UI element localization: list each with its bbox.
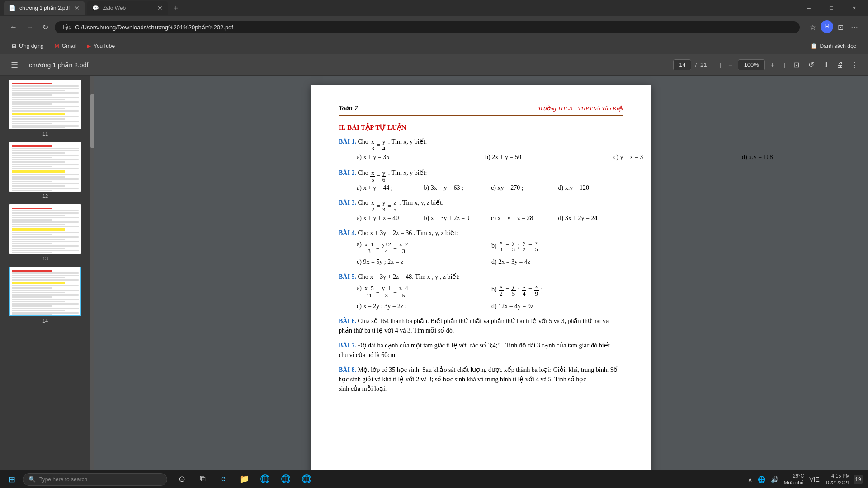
- tray-network-icon[interactable]: 🌐: [756, 474, 767, 485]
- exercise-8: BÀI 8. Một lớp có 35 học sinh. Sau khảo …: [339, 365, 623, 394]
- tab-zalo-close[interactable]: ✕: [157, 5, 163, 12]
- tray-language[interactable]: VIE: [807, 474, 821, 485]
- ex7-title: BÀI 7.: [339, 342, 356, 349]
- tray-volume-icon[interactable]: 🔊: [769, 474, 780, 485]
- minimize-button[interactable]: ─: [798, 0, 819, 16]
- pdf-page-sep: /: [695, 61, 697, 68]
- tray-weather: 29°C Mưa nhỏ: [784, 473, 804, 486]
- thumbnail-12-label: 12: [42, 193, 48, 199]
- pdf-download-button[interactable]: ⬇: [821, 58, 832, 72]
- maximize-button[interactable]: ☐: [821, 0, 842, 16]
- ex2-title: BÀI 2.: [339, 169, 356, 176]
- bookmark-star-button[interactable]: ☆: [807, 20, 819, 34]
- bookmark-apps[interactable]: ⊞ Ứng dụng: [7, 41, 48, 51]
- thumbnail-14-image: [9, 267, 81, 316]
- window-controls: ─ ☐ ✕: [798, 0, 864, 16]
- scroll-thumb[interactable]: [90, 94, 94, 148]
- ex5-parts: a) x+511 = y−13 = z−45 b) x2 = y5 ; x4 =…: [357, 283, 623, 311]
- taskbar-search[interactable]: 🔍 Type here to search: [23, 473, 167, 486]
- pdf-rotate-button[interactable]: ↺: [806, 58, 817, 72]
- extensions-button[interactable]: ⊡: [835, 20, 846, 34]
- pdf-page: Toán 7 Trường THCS – THPT Võ Văn Kiệt II…: [311, 85, 651, 470]
- taskbar-chrome2[interactable]: 🌐: [276, 470, 296, 488]
- back-button[interactable]: ←: [7, 20, 20, 34]
- tray-time: 4:15 PM: [831, 473, 850, 479]
- new-tab-button[interactable]: +: [170, 2, 182, 15]
- taskbar-items: ⊙ ⧉ e 📁 🌐 🌐 🌐: [172, 470, 316, 488]
- forward-button[interactable]: →: [24, 20, 36, 34]
- ex4-parts: a) x−13 = y+24 = z−23 b) x4 = y3 ; y2 = …: [357, 239, 623, 267]
- pdf-zoom-out-button[interactable]: −: [725, 59, 736, 71]
- ex1-parta: a) x + y = 35: [357, 152, 483, 162]
- gmail-icon: M: [55, 43, 59, 49]
- ex2-parts: a) x + y = 44 ; b) 3x − y = 63 ; c) xy =…: [357, 183, 623, 192]
- thumbnail-13[interactable]: 13: [4, 204, 87, 261]
- taskbar-search-item[interactable]: ⊙: [172, 470, 192, 488]
- thumbnail-11[interactable]: 11: [4, 80, 87, 136]
- pdf-zoom-controls: | − 100% +: [718, 59, 778, 71]
- pdf-page-input[interactable]: [673, 59, 691, 70]
- thumbnail-12[interactable]: 12: [4, 142, 87, 199]
- taskbar: ⊞ 🔍 Type here to search ⊙ ⧉ e 📁 🌐 🌐 🌐 ∧ …: [0, 470, 868, 488]
- taskbar-explorer[interactable]: 📁: [234, 470, 254, 488]
- ex3-title: BÀI 3.: [339, 199, 356, 206]
- bookmark-gmail[interactable]: M Gmail: [50, 41, 80, 51]
- start-button[interactable]: ⊞: [2, 470, 22, 488]
- profile-button[interactable]: H: [821, 20, 833, 33]
- thumbnail-14-label: 14: [42, 318, 48, 324]
- thumbnail-13-image: [9, 204, 81, 254]
- exercise-4: BÀI 4. Cho x + 3y − 2z = 36 . Tìm x, y, …: [339, 228, 623, 267]
- pdf-menu-button[interactable]: ☰: [7, 58, 22, 72]
- apps-icon: ⊞: [12, 43, 16, 49]
- ex2-fraction: x5 = y6: [370, 170, 387, 183]
- ex4-parta: a) x−13 = y+24 = z−23: [357, 239, 489, 255]
- tray-date: 10/21/2021: [825, 479, 850, 486]
- pdf-title: chương 1 phần 2.pdf: [29, 61, 670, 69]
- taskbar-edge[interactable]: e: [213, 470, 233, 488]
- ex1-partb: b) 2x + y = 50: [485, 152, 612, 162]
- tab-pdf[interactable]: 📄 chương 1 phần 2.pdf ✕: [4, 1, 85, 15]
- tab-zalo[interactable]: 💬 Zalo Web ✕: [87, 1, 168, 15]
- pdf-total-pages: 21: [700, 61, 707, 68]
- pdf-zoom-in-button[interactable]: +: [767, 59, 778, 71]
- ex6-title: BÀI 6.: [339, 318, 356, 324]
- pdf-more-button[interactable]: ⋮: [848, 58, 861, 72]
- tray-datetime[interactable]: 4:15 PM 10/21/2021: [825, 473, 850, 486]
- taskbar-task-view[interactable]: ⧉: [193, 470, 212, 488]
- tray-chevron-icon[interactable]: ∧: [746, 474, 754, 485]
- ex1-title: BÀI 1.: [339, 138, 356, 145]
- pdf-main: Toán 7 Trường THCS – THPT Võ Văn Kiệt II…: [94, 76, 868, 470]
- search-placeholder: Type here to search: [39, 476, 87, 483]
- ex5-title: BÀI 5.: [339, 273, 356, 280]
- bookmark-gmail-label: Gmail: [62, 43, 76, 49]
- exercise-3: BÀI 3. Cho x2 = y3 = z5 . Tìm x, y, z bi…: [339, 198, 623, 223]
- ex4-partc: c) 9x = 5y ; 2x = z: [357, 257, 489, 267]
- tab-pdf-close[interactable]: ✕: [74, 5, 80, 12]
- thumbnail-14[interactable]: 14: [4, 267, 87, 324]
- taskbar-chrome1[interactable]: 🌐: [255, 470, 275, 488]
- pdf-print-button[interactable]: 🖨: [834, 58, 846, 72]
- title-bar: 📄 chương 1 phần 2.pdf ✕ 💬 Zalo Web ✕ + ─…: [0, 0, 868, 16]
- tab-zalo-title: Zalo Web: [103, 5, 126, 11]
- settings-button[interactable]: ⋯: [848, 20, 861, 34]
- ex4-title: BÀI 4.: [339, 230, 356, 236]
- tray-notification-badge[interactable]: 19: [854, 475, 863, 484]
- search-icon: 🔍: [28, 476, 36, 483]
- close-button[interactable]: ✕: [844, 0, 864, 16]
- ex3-text: Cho: [358, 199, 370, 206]
- scroll-track[interactable]: [90, 76, 94, 470]
- pdf-body: 11: [0, 76, 868, 470]
- address-input[interactable]: Tệp C:/Users/huong/Downloads/chương%201%…: [55, 21, 800, 33]
- pdf-divider: |: [720, 61, 721, 68]
- reload-button[interactable]: ↻: [40, 20, 51, 34]
- ex5-partb: b) x2 = y5 ; x4 = z9 ;: [491, 283, 623, 299]
- taskbar-chrome3[interactable]: 🌐: [297, 470, 316, 488]
- ex2-partc: c) xy = 270 ;: [491, 183, 557, 192]
- ex4-partb: b) x4 = y3 ; y2 = z5: [491, 239, 623, 255]
- ex8-text: Một lớp có 35 học sinh. Sau khảo sát chấ…: [339, 366, 618, 392]
- pdf-fit-button[interactable]: ⊡: [791, 58, 802, 72]
- ex5-partc: c) x = 2y ; 3y = 2z ;: [357, 301, 489, 311]
- bookmark-youtube[interactable]: ▶ YouTube: [82, 41, 119, 51]
- reading-list-button[interactable]: 📋 Danh sách đọc: [806, 41, 861, 51]
- ex3-tail: . Tìm x, y, z biết:: [399, 199, 443, 206]
